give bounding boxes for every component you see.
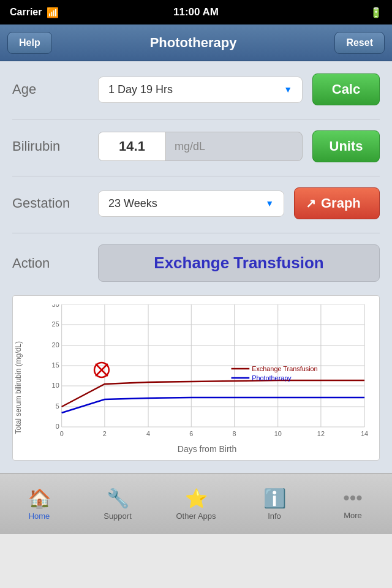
tab-support-label: Support: [104, 511, 132, 521]
bilirubin-label: Bilirubin: [12, 138, 98, 154]
bilirubin-row: Bilirubin mg/dL Units: [12, 130, 380, 162]
gestation-dropdown-arrow: ▼: [265, 198, 274, 208]
divider-3: [12, 233, 380, 233]
battery-icon: 🔋: [370, 7, 382, 18]
age-row: Age 1 Day 19 Hrs ▼ Calc: [12, 74, 380, 105]
graph-button[interactable]: ↗ Graph: [294, 187, 380, 219]
home-icon: 🏠: [28, 488, 51, 509]
tab-home-label: Home: [29, 511, 50, 521]
units-button[interactable]: Units: [312, 130, 380, 162]
other-apps-icon: ⭐: [185, 488, 208, 509]
age-value: 1 Day 19 Hrs: [108, 83, 173, 96]
tab-more[interactable]: ••• More: [314, 473, 392, 534]
main-content: Age 1 Day 19 Hrs ▼ Calc Bilirubin mg/dL …: [0, 61, 392, 473]
svg-text:5: 5: [56, 402, 59, 410]
tab-info[interactable]: ℹ️ Info: [235, 473, 314, 534]
svg-text:6: 6: [189, 430, 193, 437]
gestation-row: Gestation 23 Weeks ▼ ↗ Graph: [12, 187, 380, 219]
age-dropdown-arrow: ▼: [284, 85, 292, 94]
support-icon: 🔧: [107, 488, 129, 509]
svg-text:8: 8: [232, 430, 236, 437]
carrier-label: Carrier: [10, 7, 42, 18]
chart-y-axis-label: Total serum bilirubin (mg/dL): [14, 341, 23, 434]
age-control: 1 Day 19 Hrs ▼: [98, 77, 303, 103]
tab-other-apps-label: Other Apps: [176, 511, 216, 521]
more-icon: •••: [343, 488, 363, 508]
svg-text:30: 30: [52, 304, 59, 308]
tab-other-apps[interactable]: ⭐ Other Apps: [157, 473, 235, 534]
svg-text:20: 20: [52, 341, 59, 349]
divider-2: [12, 176, 380, 176]
gestation-dropdown[interactable]: 23 Weeks ▼: [98, 190, 284, 217]
svg-text:10: 10: [274, 430, 282, 437]
tab-bar: 🏠 Home 🔧 Support ⭐ Other Apps ℹ️ Info ••…: [0, 473, 392, 534]
tab-support[interactable]: 🔧 Support: [78, 473, 157, 534]
tab-home[interactable]: 🏠 Home: [0, 473, 78, 534]
info-icon: ℹ️: [263, 488, 286, 509]
wifi-icon: 📶: [47, 7, 59, 18]
svg-text:10: 10: [52, 382, 59, 389]
action-label: Action: [12, 255, 98, 271]
action-row: Action Exchange Transfusion: [12, 244, 380, 282]
nav-title: Phototherapy: [150, 35, 237, 51]
nav-bar: Help Phototherapy Reset: [0, 24, 392, 61]
time-label: 11:00 AM: [173, 6, 219, 18]
bilirubin-unit-label: mg/dL: [166, 134, 214, 159]
svg-text:12: 12: [317, 430, 325, 437]
svg-text:15: 15: [52, 361, 59, 369]
tab-more-label: More: [344, 511, 362, 520]
reset-button[interactable]: Reset: [334, 32, 385, 54]
action-value: Exchange Transfusion: [98, 244, 380, 282]
svg-text:Exchange Transfusion: Exchange Transfusion: [252, 365, 317, 372]
svg-text:Phototherapy: Phototherapy: [252, 374, 292, 382]
bilirubin-input[interactable]: [99, 132, 166, 160]
gestation-value: 23 Weeks: [108, 197, 157, 210]
age-label: Age: [12, 81, 98, 97]
chart-area: Total serum bilirubin (mg/dL) 0 5 10: [12, 295, 380, 461]
svg-text:0: 0: [56, 423, 59, 430]
help-button[interactable]: Help: [7, 32, 52, 54]
gestation-control: 23 Weeks ▼: [98, 190, 284, 217]
graph-label: Graph: [321, 195, 361, 211]
status-bar: Carrier 📶 11:00 AM 🔋: [0, 0, 392, 24]
svg-text:2: 2: [103, 430, 107, 437]
age-dropdown[interactable]: 1 Day 19 Hrs ▼: [98, 77, 303, 103]
svg-text:4: 4: [146, 430, 150, 437]
svg-text:14: 14: [361, 430, 368, 437]
divider-1: [12, 119, 380, 119]
chart-svg: 0 5 10 15 20 25 30 0 2 4 6 8 10 12 14: [43, 304, 371, 439]
chart-x-axis-label: Days from Birth: [43, 444, 371, 454]
svg-text:25: 25: [52, 320, 59, 328]
bilirubin-control-wrap: mg/dL: [98, 132, 303, 161]
graph-icon: ↗: [306, 196, 316, 211]
bilirubin-input-group: mg/dL: [98, 132, 303, 161]
svg-text:0: 0: [60, 430, 64, 437]
tab-info-label: Info: [268, 511, 281, 521]
calc-button[interactable]: Calc: [312, 74, 380, 105]
gestation-label: Gestation: [12, 195, 98, 211]
